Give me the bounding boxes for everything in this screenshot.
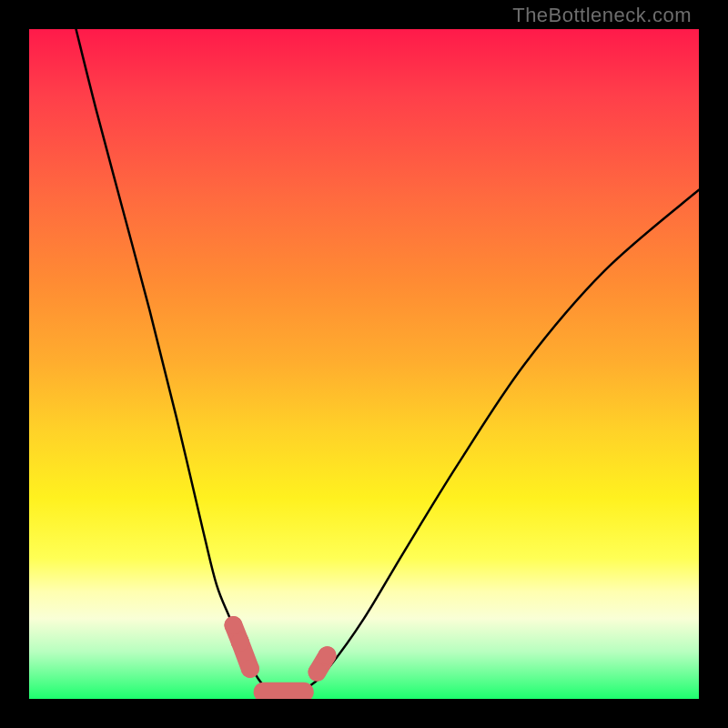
- chart-plot-area: [29, 29, 699, 699]
- chart-markers: [224, 616, 336, 693]
- chart-marker-4: [318, 646, 337, 664]
- chart-marker-3: [308, 663, 326, 682]
- chart-marker-2: [241, 660, 259, 678]
- chart-left-curve: [76, 29, 284, 699]
- chart-svg-layer: [29, 29, 699, 699]
- watermark-text: TheBottleneck.com: [512, 4, 692, 27]
- chart-marker-0: [224, 616, 242, 634]
- chart-marker-1: [231, 632, 249, 651]
- chart-right-curve: [284, 190, 699, 699]
